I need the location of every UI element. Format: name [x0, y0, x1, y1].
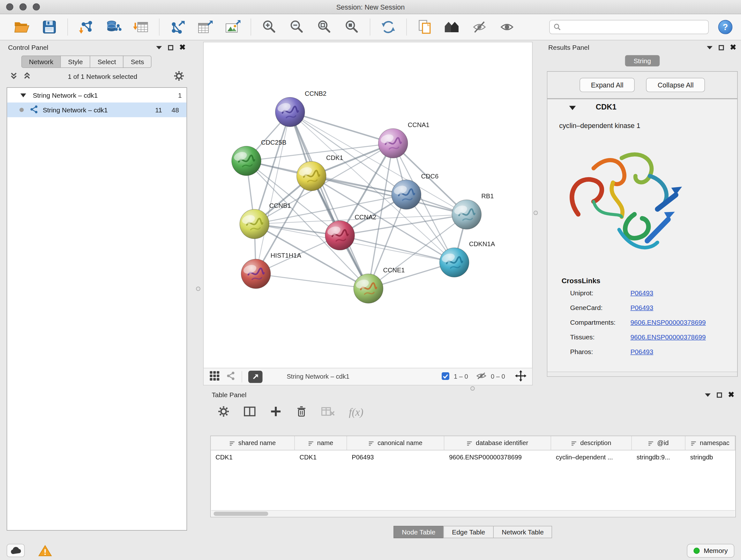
network-node-HIST1H1A[interactable] — [241, 259, 271, 289]
memory-button[interactable]: Memory — [687, 544, 734, 557]
crosslink-link[interactable]: P06493 — [630, 289, 653, 297]
pan-crosshair-icon[interactable] — [515, 370, 527, 383]
save-session-icon[interactable] — [39, 17, 60, 37]
network-row[interactable]: String Network – cdk1 11 48 — [7, 103, 186, 117]
selected-checkbox-icon[interactable] — [441, 372, 449, 381]
cloud-icon[interactable] — [7, 544, 25, 557]
table-cell[interactable]: P06493 — [347, 453, 444, 460]
network-node-CCNB1[interactable] — [240, 209, 269, 239]
close-window-button[interactable] — [6, 3, 13, 10]
zoom-selected-icon[interactable] — [341, 17, 362, 37]
add-column-icon[interactable] — [270, 406, 281, 419]
warning-icon[interactable] — [36, 543, 54, 558]
table-row[interactable]: CDK1 CDK1 P06493 9606.ENSP00000378699 cy… — [211, 450, 735, 464]
tab-style[interactable]: Style — [60, 56, 90, 68]
network-collection-row[interactable]: String Network – cdk1 1 — [7, 88, 186, 103]
maximize-window-button[interactable] — [33, 3, 40, 10]
crosslink-link[interactable]: P06493 — [630, 348, 653, 356]
open-session-icon[interactable] — [11, 17, 32, 37]
export-table-icon[interactable] — [195, 17, 215, 37]
gene-collapse-icon[interactable] — [569, 106, 576, 110]
panel-close-icon[interactable]: ✖ — [730, 44, 736, 51]
network-node-CDC25B[interactable] — [232, 146, 261, 176]
column-header[interactable]: namespac — [685, 436, 735, 450]
network-node-CDK1[interactable] — [297, 161, 326, 191]
show-columns-icon[interactable] — [244, 406, 256, 419]
table-cell[interactable]: 9606.ENSP00000378699 — [444, 453, 551, 460]
panel-close-icon[interactable]: ✖ — [179, 44, 186, 51]
expand-all-tree-icon[interactable] — [23, 71, 31, 81]
help-button[interactable]: ? — [718, 20, 733, 34]
network-graph[interactable]: CCNB2CCNA1CDC25BCDK1CDC6RB1CCNB1CCNA2CDK… — [204, 42, 533, 368]
hidden-eye-slash-icon[interactable] — [476, 372, 487, 381]
network-node-CCNA2[interactable] — [325, 221, 354, 250]
column-header[interactable]: database identifier — [444, 436, 551, 450]
splitter-handle[interactable] — [470, 386, 475, 390]
table-cell[interactable]: CDK1 — [211, 453, 294, 460]
network-node-CCNA1[interactable] — [379, 129, 408, 158]
column-header[interactable]: description — [551, 436, 632, 450]
table-gear-icon[interactable] — [218, 406, 229, 419]
expand-all-button[interactable]: Expand All — [580, 78, 635, 92]
panel-menu-icon[interactable] — [704, 393, 711, 396]
panel-menu-icon[interactable] — [706, 46, 712, 49]
splitter-handle[interactable] — [534, 211, 538, 215]
network-node-RB1[interactable] — [452, 200, 481, 229]
refresh-icon[interactable] — [378, 17, 399, 37]
import-table-icon[interactable] — [131, 17, 151, 37]
home-icon[interactable] — [442, 17, 463, 37]
copy-document-icon[interactable] — [414, 17, 435, 37]
tab-sets[interactable]: Sets — [123, 56, 151, 68]
table-cell[interactable]: stringdb — [685, 453, 735, 460]
panel-float-icon[interactable] — [718, 45, 724, 50]
hide-selected-icon[interactable] — [469, 17, 490, 37]
network-node-CDC6[interactable] — [392, 180, 421, 209]
crosslink-link[interactable]: 9606.ENSP00000378699 — [630, 318, 705, 326]
column-header[interactable]: name — [295, 436, 347, 450]
tab-node-table[interactable]: Node Table — [394, 526, 444, 538]
column-header[interactable]: @id — [632, 436, 685, 450]
table-cell[interactable]: CDK1 — [295, 453, 347, 460]
horizontal-scrollbar[interactable] — [211, 510, 735, 516]
panel-float-icon[interactable] — [168, 45, 173, 50]
crosslink-link[interactable]: 9606.ENSP00000378699 — [630, 333, 705, 341]
clear-table-icon[interactable] — [321, 406, 335, 419]
import-network-icon[interactable] — [76, 17, 96, 37]
table-cell[interactable]: cyclin–dependent ... — [551, 453, 632, 460]
export-network-icon[interactable] — [167, 17, 188, 37]
scrollbar-thumb[interactable] — [213, 511, 268, 516]
tab-network[interactable]: Network — [21, 56, 61, 68]
tree-expand-icon[interactable] — [20, 93, 26, 97]
search-input[interactable] — [564, 23, 704, 30]
export-image-icon[interactable] — [222, 17, 243, 37]
string-tab-badge[interactable]: String — [625, 55, 660, 66]
splitter-handle[interactable] — [196, 287, 200, 291]
collapse-all-tree-icon[interactable] — [10, 71, 18, 81]
show-all-icon[interactable] — [497, 17, 518, 37]
network-node-CDKN1A[interactable] — [440, 248, 469, 277]
results-scrollbar[interactable] — [547, 372, 737, 376]
zoom-in-icon[interactable] — [259, 17, 280, 37]
birds-eye-toggle-button[interactable] — [248, 370, 263, 383]
network-node-CCNB2[interactable] — [275, 98, 305, 127]
tab-select[interactable]: Select — [90, 56, 124, 68]
tab-network-table[interactable]: Network Table — [493, 526, 552, 538]
gear-icon[interactable] — [174, 71, 184, 82]
column-header[interactable]: shared name — [211, 436, 294, 450]
column-header[interactable]: canonical name — [347, 436, 444, 450]
panel-close-icon[interactable]: ✖ — [728, 391, 734, 399]
zoom-out-icon[interactable] — [286, 17, 307, 37]
tab-edge-table[interactable]: Edge Table — [444, 526, 494, 538]
function-builder-icon[interactable]: f(x) — [349, 406, 363, 419]
panel-float-icon[interactable] — [717, 392, 722, 397]
delete-column-icon[interactable] — [296, 405, 307, 420]
zoom-fit-icon[interactable] — [314, 17, 334, 37]
import-database-icon[interactable] — [103, 17, 124, 37]
grid-view-icon[interactable] — [209, 371, 220, 382]
network-share-view-icon[interactable] — [226, 371, 235, 382]
panel-menu-icon[interactable] — [156, 46, 162, 49]
crosslink-link[interactable]: P06493 — [630, 304, 653, 311]
table-cell[interactable]: stringdb:9... — [632, 453, 685, 460]
collapse-all-button[interactable]: Collapse All — [646, 78, 705, 92]
minimize-window-button[interactable] — [19, 3, 26, 10]
